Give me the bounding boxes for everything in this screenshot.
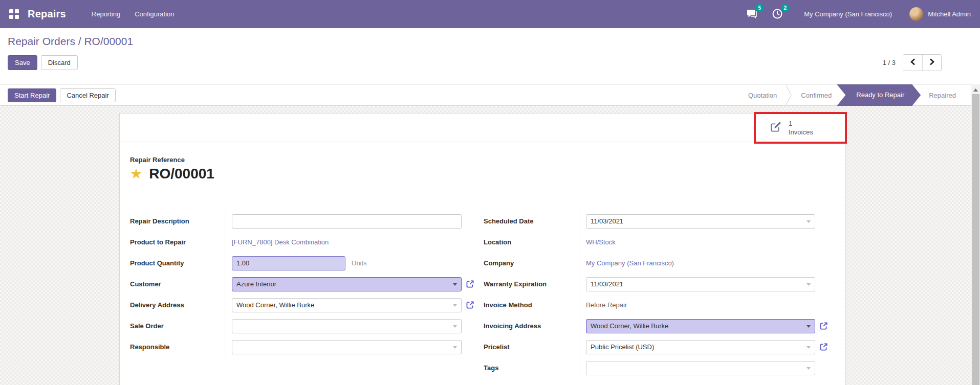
chevron-down-icon [807,367,811,370]
scheduled-date-value: 11/03/2021 [591,217,623,225]
start-repair-button[interactable]: Start Repair [8,88,56,102]
repair-description-input[interactable] [232,214,462,229]
pager-previous-button[interactable] [903,55,922,71]
statusbar: Start Repair Cancel Repair Quotation Con… [0,84,971,106]
breadcrumb[interactable]: Repair Orders / RO/00001 [8,35,972,48]
customer-external-link-icon[interactable] [466,280,474,288]
product-to-repair-link[interactable]: [FURN_7800] Desk Combination [232,238,329,246]
field-label: Location [484,232,580,253]
invoicing-address-select[interactable]: Wood Corner, Willie Burke [586,319,815,333]
field-label: Delivery Address [130,295,226,315]
location-link[interactable]: WH/Stock [586,238,616,246]
field-label: Customer [130,274,226,295]
scheduled-date-input[interactable]: 11/03/2021 [586,214,815,229]
pricelist-external-link-icon[interactable] [819,343,828,351]
pager: 1 / 3 [883,54,942,71]
pricelist-select[interactable]: Public Pricelist (USD) [586,340,815,354]
customer-value: Azure Interior [236,280,276,288]
invoicing-address-external-link-icon[interactable] [819,322,828,330]
stage-repaired[interactable]: Repaired [921,92,964,99]
field-label: Responsible [130,336,226,357]
delivery-address-select[interactable]: Wood Corner, Willie Burke [232,298,462,312]
invoicing-address-value: Wood Corner, Willie Burke [591,322,668,330]
field-label: Sale Order [130,315,226,336]
invoice-count: 1 [789,119,813,128]
menu-configuration[interactable]: Configuration [127,0,181,28]
clock-icon [771,13,783,21]
delivery-address-value: Wood Corner, Willie Burke [236,301,314,309]
messages-badge: 5 [755,4,764,12]
top-navbar: Repairs Reporting Configuration 5 2 My C… [0,0,980,28]
pager-count: 1 / 3 [883,59,896,66]
field-label: Product Quantity [130,253,226,274]
uom-label: Units [352,259,367,267]
activities-button[interactable]: 2 [771,8,785,21]
chevron-down-icon [453,346,457,349]
chevron-down-icon [453,283,457,286]
stage-ready-to-repair[interactable]: Ready to Repair [837,84,921,106]
product-quantity-input[interactable] [232,256,345,270]
activities-badge: 2 [781,4,789,12]
field-label: Repair Description [130,211,226,232]
responsible-select[interactable] [232,340,462,354]
scrollbar-thumb[interactable] [972,94,979,385]
left-field-group: Repair Description Product to Repair [FU… [130,211,476,378]
field-label: Scheduled Date [484,211,580,232]
chevron-down-icon [807,325,811,328]
apps-grid-icon [9,9,19,19]
invoice-method-value: Before Repair [586,301,627,309]
field-label: Company [484,253,580,274]
warranty-expiration-value: 11/03/2021 [591,280,623,288]
reference-label: Repair Reference [130,156,845,164]
form-view-container: 1 Invoices Repair Reference ★ RO/00001 R… [0,106,980,385]
delivery-address-external-link-icon[interactable] [466,301,474,309]
user-avatar[interactable] [909,7,923,21]
page-title: RO/00001 [149,166,214,182]
save-button[interactable]: Save [8,55,37,70]
pricelist-value: Public Pricelist (USD) [591,343,654,351]
scroll-up-button[interactable] [971,84,980,93]
chevron-down-icon [453,304,457,307]
messages-button[interactable]: 5 [746,8,759,21]
chevron-down-icon [807,283,811,286]
app-title[interactable]: Repairs [28,8,66,20]
sale-order-select[interactable] [232,319,462,333]
cancel-repair-button[interactable]: Cancel Repair [60,88,115,102]
favorite-star-icon[interactable]: ★ [130,167,142,181]
chevron-down-icon [453,325,457,328]
pager-next-button[interactable] [922,55,941,71]
stage-confirmed[interactable]: Confirmed [793,92,840,99]
discard-button[interactable]: Discard [41,55,78,70]
stage-pipeline: Quotation Confirmed Ready to Repair Repa… [740,84,964,106]
title-block: Repair Reference ★ RO/00001 [130,156,845,182]
vertical-scrollbar[interactable] [971,84,980,385]
control-panel: Repair Orders / RO/00001 Save Discard 1 … [0,28,980,84]
chevron-down-icon [807,220,811,223]
field-label: Product to Repair [130,232,226,253]
chevron-left-icon [910,58,916,67]
apps-menu-button[interactable] [0,0,28,28]
company-switcher[interactable]: My Company (San Francisco) [804,10,892,18]
company-link[interactable]: My Company (San Francisco) [586,259,674,267]
field-label: Invoicing Address [484,315,580,336]
invoices-smart-button[interactable]: 1 Invoices [755,114,845,142]
button-box: 1 Invoices [120,114,845,142]
triangle-up-icon [973,84,978,94]
right-field-group: Scheduled Date 11/03/2021 Location WH/St… [484,211,837,378]
menu-reporting[interactable]: Reporting [84,0,127,28]
field-label: Tags [484,357,580,378]
field-label: Pricelist [484,336,580,357]
chevron-right-icon [929,58,935,67]
pencil-square-icon [770,121,781,135]
form-sheet: 1 Invoices Repair Reference ★ RO/00001 R… [119,113,846,385]
field-label: Invoice Method [484,295,580,315]
stage-separator-icon [785,84,793,106]
user-menu[interactable]: Mitchell Admin [928,10,971,18]
warranty-expiration-input[interactable]: 11/03/2021 [586,277,815,291]
chat-bubble-icon [746,13,758,21]
customer-select[interactable]: Azure Interior [232,277,462,291]
stage-quotation[interactable]: Quotation [740,92,785,99]
invoice-label: Invoices [789,128,813,137]
tags-select[interactable] [586,361,815,375]
chevron-down-icon [807,346,811,349]
